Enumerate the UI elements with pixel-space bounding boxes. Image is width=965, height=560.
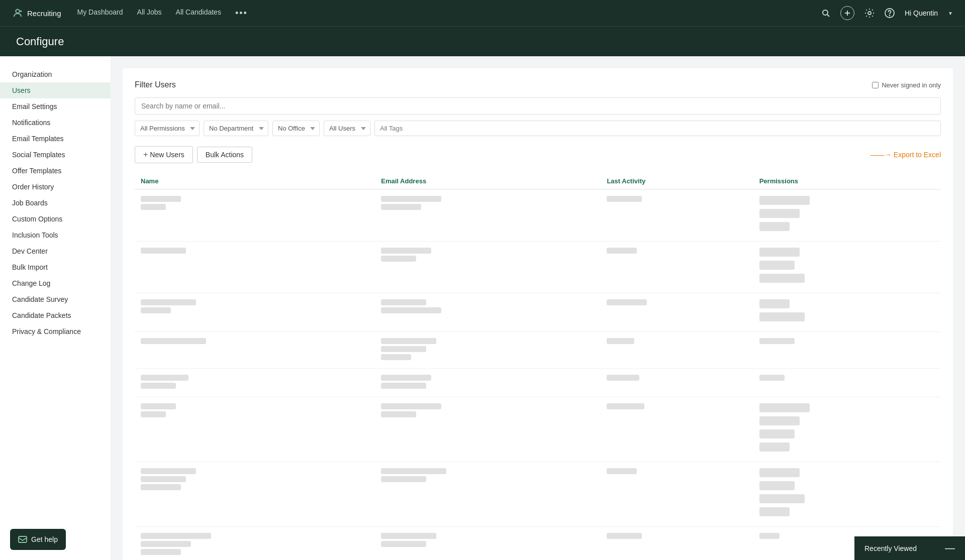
nav-link-candidates[interactable]: All Candidates	[176, 8, 221, 19]
brand-name: Recruiting	[27, 9, 61, 18]
table-row[interactable]	[135, 369, 941, 397]
table-row[interactable]	[135, 293, 941, 332]
table-row[interactable]	[135, 332, 941, 369]
export-arrow-icon: ——→	[871, 151, 892, 159]
sidebar-item-job-boards[interactable]: Job Boards	[0, 195, 111, 211]
table-row[interactable]	[135, 242, 941, 293]
sidebar-item-notifications[interactable]: Notifications	[0, 115, 111, 131]
nav-link-dashboard[interactable]: My Dashboard	[77, 8, 123, 19]
col-email: Email Address	[375, 173, 601, 189]
sidebar-item-change-log[interactable]: Change Log	[0, 275, 111, 291]
user-greeting[interactable]: Hi Quentin	[905, 9, 938, 17]
top-navigation: Recruiting My Dashboard All Jobs All Can…	[0, 0, 965, 26]
get-help-button[interactable]: Get help	[10, 529, 66, 550]
sidebar-item-email-templates[interactable]: Email Templates	[0, 131, 111, 147]
sidebar-item-bulk-import[interactable]: Bulk Import	[0, 259, 111, 275]
never-signed-label[interactable]: Never signed in only	[872, 81, 941, 89]
recently-viewed-label: Recently Viewed	[864, 544, 917, 552]
nav-right: Hi Quentin ▼	[821, 6, 953, 20]
sidebar-item-privacy--compliance[interactable]: Privacy & Compliance	[0, 323, 111, 340]
add-icon[interactable]	[840, 6, 854, 20]
nav-link-jobs[interactable]: All Jobs	[137, 8, 162, 19]
sidebar-item-users[interactable]: Users	[0, 82, 111, 98]
page-title: Configure	[16, 35, 64, 48]
filter-header: Filter Users Never signed in only	[135, 80, 941, 89]
sidebar-item-inclusion-tools[interactable]: Inclusion Tools	[0, 227, 111, 243]
main-content: Filter Users Never signed in only All Pe…	[111, 56, 965, 560]
table-row[interactable]	[135, 462, 941, 527]
svg-point-6	[868, 12, 871, 15]
office-dropdown[interactable]: No Office	[272, 121, 320, 136]
sidebar-item-candidate-packets[interactable]: Candidate Packets	[0, 307, 111, 323]
sidebar-item-offer-templates[interactable]: Offer Templates	[0, 163, 111, 179]
minimize-icon[interactable]: —	[945, 542, 955, 554]
get-help-label: Get help	[31, 535, 58, 543]
tags-input[interactable]	[374, 121, 941, 136]
search-input[interactable]	[135, 97, 941, 115]
brand-logo[interactable]: Recruiting	[12, 8, 61, 19]
filters-row: All Permissions No Department No Office …	[135, 121, 941, 136]
sidebar-item-social-templates[interactable]: Social Templates	[0, 147, 111, 163]
plus-icon: +	[143, 150, 148, 159]
users-table: Name Email Address Last Activity Permiss…	[135, 173, 941, 560]
recently-viewed-bar[interactable]: Recently Viewed —	[854, 536, 965, 560]
nav-more[interactable]: •••	[235, 8, 248, 19]
svg-point-1	[20, 11, 22, 13]
sidebar-item-dev-center[interactable]: Dev Center	[0, 243, 111, 259]
bulk-actions-button[interactable]: Bulk Actions	[197, 147, 252, 163]
table-row[interactable]	[135, 527, 941, 561]
filter-title: Filter Users	[135, 80, 176, 89]
svg-rect-9	[19, 536, 27, 542]
user-chevron-icon[interactable]: ▼	[948, 11, 953, 16]
col-name: Name	[135, 173, 375, 189]
table-header-row: Name Email Address Last Activity Permiss…	[135, 173, 941, 189]
svg-point-8	[889, 16, 890, 16]
sidebar-item-candidate-survey[interactable]: Candidate Survey	[0, 291, 111, 307]
department-dropdown[interactable]: No Department	[204, 121, 268, 136]
permissions-dropdown[interactable]: All Permissions	[135, 121, 200, 136]
sidebar-item-organization[interactable]: Organization	[0, 66, 111, 82]
svg-line-3	[827, 15, 829, 17]
svg-point-2	[823, 10, 828, 15]
sub-header: Configure	[0, 26, 965, 56]
table-row[interactable]	[135, 189, 941, 242]
col-activity: Last Activity	[601, 173, 753, 189]
content-card: Filter Users Never signed in only All Pe…	[123, 68, 953, 560]
settings-icon[interactable]	[864, 8, 875, 18]
export-excel-link[interactable]: ——→ Export to Excel	[871, 151, 941, 159]
sidebar-item-custom-options[interactable]: Custom Options	[0, 211, 111, 227]
help-icon[interactable]	[885, 8, 895, 18]
nav-links: My Dashboard All Jobs All Candidates •••	[77, 8, 805, 19]
never-signed-checkbox[interactable]	[872, 82, 879, 88]
sidebar-item-email-settings[interactable]: Email Settings	[0, 98, 111, 115]
search-icon[interactable]	[821, 9, 830, 18]
col-permissions: Permissions	[753, 173, 941, 189]
new-users-button[interactable]: + New Users	[135, 146, 193, 163]
svg-point-0	[16, 10, 19, 13]
user-type-dropdown[interactable]: All Users	[324, 121, 370, 136]
sidebar-item-order-history[interactable]: Order History	[0, 179, 111, 195]
sidebar: OrganizationUsersEmail SettingsNotificat…	[0, 56, 111, 560]
actions-row: + New Users Bulk Actions ——→ Export to E…	[135, 146, 941, 163]
table-row[interactable]	[135, 397, 941, 462]
main-layout: OrganizationUsersEmail SettingsNotificat…	[0, 56, 965, 560]
